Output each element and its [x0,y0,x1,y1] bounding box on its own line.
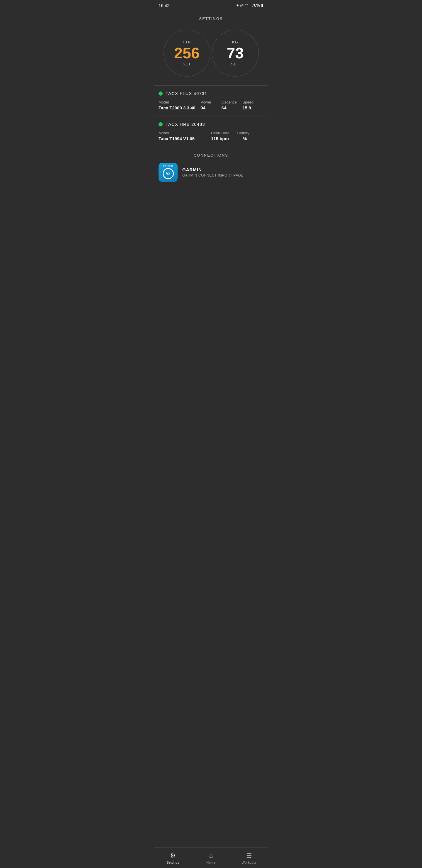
status-time: 16:42 [159,3,170,8]
kg-label: KG [232,40,238,44]
ftp-value: 256 [174,45,200,61]
device2-model: Model Tacx T1994 V1.05 [159,131,211,141]
device1-stats: Model Tacx T2900 3.3.40 Power 94 Cadence… [159,100,263,110]
device1-status-dot [159,92,163,96]
device1-header: TACX FLUX 46731 [159,91,263,96]
device1-power-value: 94 [200,105,222,110]
connections-title: CONNECTIONS [159,153,263,157]
device2-name: TACX HRB 20483 [166,122,205,127]
device2-section: TACX HRB 20483 Model Tacx T1994 V1.05 He… [154,116,268,147]
garmin-logo-arrow: ↻ [165,170,172,178]
garmin-logo: GARMIN ↻ [159,163,177,182]
device2-battery: Battery --- % [237,131,264,141]
device2-heartrate-label: Heart Rate [211,131,237,135]
ftp-label: FTP [183,40,191,44]
device1-section: TACX FLUX 46731 Model Tacx T2900 3.3.40 … [154,86,268,116]
page-title: SETTINGS [154,10,268,24]
kg-circle[interactable]: KG 73 SET [212,30,259,76]
device2-heartrate: Heart Rate 115 bpm [211,131,237,141]
device1-cadence: Cadence 64 [222,100,242,110]
device1-cadence-label: Cadence [222,100,242,104]
device2-battery-label: Battery [237,131,264,135]
settings-circles: FTP 256 SET KG 73 SET [154,24,268,85]
location-icon: ◎ [240,3,244,8]
device1-cadence-value: 64 [222,105,242,110]
battery-text: 76% [252,3,260,8]
garmin-connection-item[interactable]: GARMIN ↻ GARMIN GARMIN CONNECT IMPORT PA… [159,163,263,182]
garmin-logo-circle: ↻ [163,168,174,179]
kg-value: 73 [227,45,244,61]
device1-speed-label: Speed [242,100,263,104]
device2-model-value: Tacx T1994 V1.05 [159,136,211,141]
battery-icon: ▮ [261,3,263,8]
device2-heartrate-value: 115 bpm [211,136,237,141]
device1-speed-value: 15.8 [242,105,263,110]
device2-stats: Model Tacx T1994 V1.05 Heart Rate 115 bp… [159,131,263,141]
garmin-name: GARMIN [182,167,244,172]
status-bar: 16:42 + ◎ ◠ Ⅰ 76% ▮ [154,0,268,10]
device1-model-label: Model [159,100,200,104]
garmin-subtitle: GARMIN CONNECT IMPORT PAGE [182,173,244,178]
kg-set-label: SET [231,62,239,66]
signal-icon: Ⅰ [249,3,251,8]
device2-status-dot [159,122,163,126]
bluetooth-icon: + [236,3,239,8]
device1-speed: Speed 15.8 [242,100,263,110]
garmin-connection-info: GARMIN GARMIN CONNECT IMPORT PAGE [182,167,244,178]
device2-battery-value: --- % [237,136,264,141]
device1-power-label: Power [200,100,222,104]
garmin-logo-text: GARMIN [163,163,173,167]
status-icons: + ◎ ◠ Ⅰ 76% ▮ [236,3,263,8]
ftp-set-label: SET [183,62,191,66]
device1-model-value: Tacx T2900 3.3.40 [159,105,200,110]
device1-name: TACX FLUX 46731 [166,91,207,96]
device2-header: TACX HRB 20483 [159,122,263,127]
connections-section: CONNECTIONS GARMIN ↻ GARMIN GARMIN CONNE… [154,147,268,188]
ftp-circle[interactable]: FTP 256 SET [164,30,210,76]
device1-power: Power 94 [200,100,222,110]
wifi-icon: ◠ [245,3,248,8]
device1-model: Model Tacx T2900 3.3.40 [159,100,200,110]
device2-model-label: Model [159,131,211,135]
bottom-spacer [154,188,268,211]
